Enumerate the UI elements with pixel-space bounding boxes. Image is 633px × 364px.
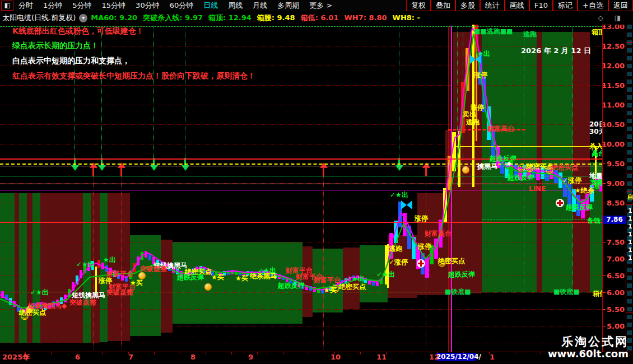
strip-digit: 1 (628, 223, 632, 230)
toolbar-button-8[interactable]: 返回 (608, 0, 633, 11)
signal-label: 30天 (589, 128, 602, 136)
right-edge-panel[interactable]: 自 1111111 (626, 25, 633, 352)
indicator-value: 突破杀入线: 9.97 (143, 13, 203, 22)
period-tabs: 分时1分钟5分钟15分钟30分钟60分钟日线周线月线多周期更多 > (13, 1, 337, 11)
signal-label: 涨停 (415, 215, 428, 222)
green-arrow-tail (185, 26, 185, 164)
signal-label: 超跌反弹 (278, 282, 305, 290)
toolbar-button-5[interactable]: F10 (529, 0, 553, 11)
toolbar-button-2[interactable]: 多股 (455, 0, 480, 11)
tab-period-10[interactable]: 更多 > (309, 1, 332, 11)
signal-label: 逃跑 (466, 119, 480, 126)
signal-label: ★买 (235, 275, 248, 282)
candle (448, 156, 452, 190)
titlebar-icons[interactable]: ◇ ◨ (598, 14, 625, 22)
signal-label: 超跌反弹 (448, 271, 475, 278)
signal-label: 逃跑 (389, 245, 402, 253)
tab-period-2[interactable]: 5分钟 (72, 1, 91, 11)
price-tick (603, 183, 606, 184)
background-band (32, 193, 40, 343)
gridline-h (0, 343, 602, 343)
vline (95, 267, 97, 292)
toolbar-button-3[interactable]: 统计 (480, 0, 505, 11)
month-label: 6 (75, 353, 80, 361)
price-tick (603, 326, 606, 326)
tab-period-5[interactable]: 60分钟 (170, 1, 194, 11)
signal-label: ★买 (130, 279, 143, 287)
price-tick (603, 276, 606, 276)
candle (282, 276, 285, 280)
signal-label: 绝密买点 (527, 163, 553, 170)
signal-label: 支撑 (590, 179, 602, 186)
red-arrow-stem (92, 168, 94, 176)
time-axis: 2025年 2025/12/04/四 567891011121 (0, 352, 633, 363)
price-label: 7.00 (607, 255, 625, 263)
signal-label: 财富高台 (487, 125, 514, 133)
toolbar-button-1[interactable]: 叠加 (431, 0, 455, 11)
window-icon[interactable]: ◧ (1, 1, 13, 11)
signal-label: 超跌反弹 (508, 174, 534, 181)
gridline-h (0, 66, 602, 66)
candle (137, 256, 139, 265)
signal-label: ✓★出 (390, 192, 408, 199)
price-axis: 13.0012.5012.0011.5011.0010.5010.009.509… (602, 25, 626, 352)
month-label: 11 (376, 353, 387, 361)
toolbar-button-7[interactable]: +自选 (578, 0, 608, 11)
candle (9, 298, 12, 305)
signal-label: ■铁底■ (553, 288, 580, 296)
red-arrow-stem (120, 168, 122, 176)
signal-label: 绝密买点 (438, 258, 465, 265)
tab-period-7[interactable]: 周线 (228, 1, 243, 11)
signal-label: 绝密买点 (19, 309, 46, 316)
tab-period-6[interactable]: 日线 (203, 1, 218, 11)
candle (567, 184, 571, 206)
price-label: 10.00 (602, 141, 625, 148)
hline (0, 164, 602, 165)
toolbar-button-6[interactable]: 标记 (553, 0, 578, 11)
toolbar-button-0[interactable]: 复权 (406, 0, 431, 11)
tab-period-4[interactable]: 30分钟 (136, 1, 160, 11)
strip-digit: 1 (628, 254, 632, 262)
signal-label: ★买 (211, 274, 224, 281)
signal-label: 箱顶 (592, 29, 602, 36)
candle (231, 270, 234, 274)
price-label: 11.50 (602, 82, 625, 89)
toolbar-button-4[interactable]: 画线 (505, 0, 529, 11)
signal-label: 备钱 (587, 217, 601, 225)
candle (372, 281, 375, 286)
signal-label: 涨停 (418, 243, 431, 250)
price-label: 9.50 (607, 160, 625, 167)
hline (0, 190, 602, 190)
month-label: 7 (128, 353, 133, 361)
signal-label: 绝杀黑马 (250, 273, 277, 280)
signal-label: 20日 (589, 121, 602, 128)
gold-ball-icon (462, 166, 469, 174)
bottom-clipped-row (0, 362, 633, 364)
background-band (15, 193, 19, 343)
candle (72, 282, 75, 291)
chevron-down-icon[interactable]: ▾ (79, 14, 87, 22)
gridline-h (0, 203, 602, 203)
gridline-h (0, 85, 602, 86)
price-label: 6.00 (607, 289, 625, 296)
period-menubar: ◧ 分时1分钟5分钟15分钟30分钟60分钟日线周线月线多周期更多 > 复权叠加… (0, 0, 633, 12)
cursor-price-box: 7.86 (603, 216, 626, 224)
hline (0, 184, 602, 184)
strip-divider (626, 291, 633, 291)
candle (425, 258, 429, 278)
tab-period-8[interactable]: 月线 (253, 1, 267, 11)
plot-area[interactable]: K线底部出红色或粉色，可低吸建仓！绿点表示长期的压力点！白点表示中短期的压力和支… (0, 25, 602, 352)
candle (407, 226, 411, 249)
tab-period-1[interactable]: 1分钟 (43, 1, 62, 11)
price-label: 5.50 (607, 306, 625, 313)
candle (443, 188, 447, 223)
signal-label: LINE (529, 185, 546, 193)
gridline-h (0, 144, 602, 144)
price-tick (603, 309, 606, 310)
candle (461, 82, 465, 133)
tab-period-3[interactable]: 15分钟 (102, 1, 126, 11)
tab-period-0[interactable]: 分时 (18, 1, 33, 11)
price-tick (603, 292, 606, 293)
tab-period-9[interactable]: 多周期 (277, 1, 299, 11)
background-band (161, 240, 173, 333)
